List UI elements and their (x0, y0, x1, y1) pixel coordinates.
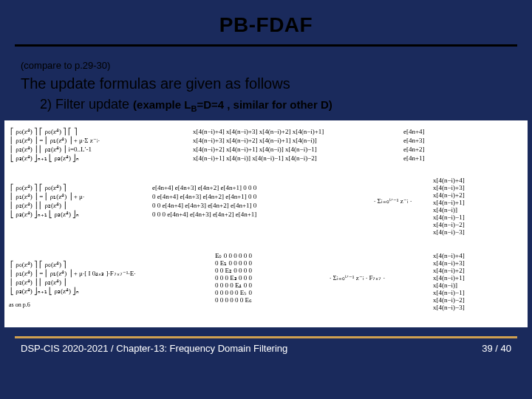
equation-figure: ⎡ ρ₀(z⁴) ⎤ ⎡ ρ₀(z⁴) ⎤ ⎡ ⎤ ⎢ ρ₁(z⁴) ⎥ = ⎢… (4, 120, 528, 327)
eq1-e-r1: e[4n+4] (403, 128, 425, 136)
eq3-lhs-r4: ⎣ ρ₃(z⁴) ⎦ₙ₊₁ ⎣ ρ₃(z⁴) ⎦ₙ (10, 287, 79, 296)
eq1-lhs-r1: ⎡ ρ₀(z⁴) ⎤ ⎡ ρ₀(z⁴) ⎤ ⎡ ⎤ (10, 128, 78, 136)
compare-note: (compare to p.29-30) (21, 60, 511, 71)
title-separator (15, 44, 517, 47)
eq2-lhs-r4: ⎣ ρ₃(z⁴) ⎦ₙ₊₁ ⎣ ρ₃(z⁴) ⎦ₙ (10, 211, 79, 219)
eq3-ediag-r7: 0 0 0 0 0 0 E₆ (215, 296, 252, 304)
eq3-x-r8: x[4(n−i)−3] (433, 304, 465, 312)
page-counter: 39 / 40 (482, 343, 511, 354)
eq1-e-r2: e[4n+3] (403, 137, 425, 145)
eq2-x-r8: x[4(n−i)−3] (433, 228, 465, 236)
eq1-lhs-r4: ⎣ ρ₃(z⁴) ⎦ₙ₊₁ ⎣ ρ₃(z⁴) ⎦ₙ (10, 154, 79, 163)
eq3-lhs-r1: ⎡ ρ₀(z⁴) ⎤ ⎡ ρ₀(z⁴) ⎤ (10, 261, 66, 269)
eq2-sum: · Σᵢ₌₀ᴸ′⁻¹ z⁻ᵢ · (374, 197, 412, 205)
eq1-x-r4: x[4(n−i)+1] x[4(n−i)] x[4(n−i)−1] x[4(n−… (193, 154, 317, 163)
eq1-lhs-r3: ⎢ ρ₂(z⁴) ⎥ ⎢ ρ₂(z⁴) ⎥ i=0..L′-1 (10, 146, 92, 154)
eq1-x-r3: x[4(n−i)+2] x[4(n−i)+1] x[4(n−i)] x[4(n−… (193, 146, 317, 154)
sub-prefix: 2) Filter update (40, 97, 133, 112)
hint-note: as on p.6 (9, 301, 30, 308)
footer-course: DSP-CIS 2020-2021 / Chapter-13: Frequenc… (21, 343, 287, 354)
eq1-x-r2: x[4(n−i)+3] x[4(n−i)+2] x[4(n−i)+1] x[4(… (193, 137, 317, 145)
subheading: 2) Filter update (example LB=D=4 , simil… (21, 97, 511, 113)
page-current: 39 (482, 343, 492, 354)
eq3-lhs-r3: ⎢ ρ₂(z⁴) ⎥ ⎢ ρ₂(z⁴) ⎥ (10, 279, 66, 287)
eq2-lhs-r2: ⎢ ρ₁(z⁴) ⎥ = ⎢ ρ₁(z⁴) ⎥ + μ· (10, 193, 84, 201)
eq1-lhs-r2: ⎢ ρ₁(z⁴) ⎥ = ⎢ ρ₁(z⁴) ⎥ + μ·Σ z⁻ᵢ· (10, 137, 100, 145)
footer-separator (15, 336, 517, 338)
page-total: 40 (501, 343, 511, 354)
eq1-x-r1: x[4(n−i)+4] x[4(n−i)+3] x[4(n−i)+2] x[4(… (193, 128, 324, 136)
eq2-e-r2: 0 e[4n+4] e[4n+3] e[4n+2] e[4n+1] 0 0 (152, 193, 256, 201)
eq2-lhs-r1: ⎡ ρ₀(z⁴) ⎤ ⎡ ρ₀(z⁴) ⎤ (10, 184, 66, 192)
eq3-lhs-r2: ⎢ ρ₁(z⁴) ⎥ = ⎢ ρ₁(z⁴) ⎥ + μ·[ I 0₄ₓ₃ ]·F… (10, 270, 135, 278)
eq1-e-r4: e[4n+1] (403, 154, 425, 163)
sub-paren: (example LB=D=4 , similar for other D) (133, 98, 332, 111)
eq2-lhs-r3: ⎢ ρ₂(z⁴) ⎥ ⎢ ρ₂(z⁴) ⎥ (10, 202, 66, 210)
slide-title: PB-FDAF (0, 0, 532, 44)
eq2-e-r4: 0 0 0 e[4n+4] e[4n+3] e[4n+2] e[4n+1] (152, 211, 256, 219)
eq2-e-r1: e[4n+4] e[4n+3] e[4n+2] e[4n+1] 0 0 0 (152, 184, 256, 192)
eq2-e-r3: 0 0 e[4n+4] e[4n+3] e[4n+2] e[4n+1] 0 (152, 202, 256, 210)
eq3-sum: · Σᵢ₌₀ᴸ′⁻¹ z⁻ᵢ · F₇ₓ₇ · (330, 274, 385, 282)
eq1-e-r3: e[4n+2] (403, 146, 425, 154)
footer: DSP-CIS 2020-2021 / Chapter-13: Frequenc… (0, 343, 532, 354)
lead-text: The update formulas are given as follows (21, 75, 511, 92)
